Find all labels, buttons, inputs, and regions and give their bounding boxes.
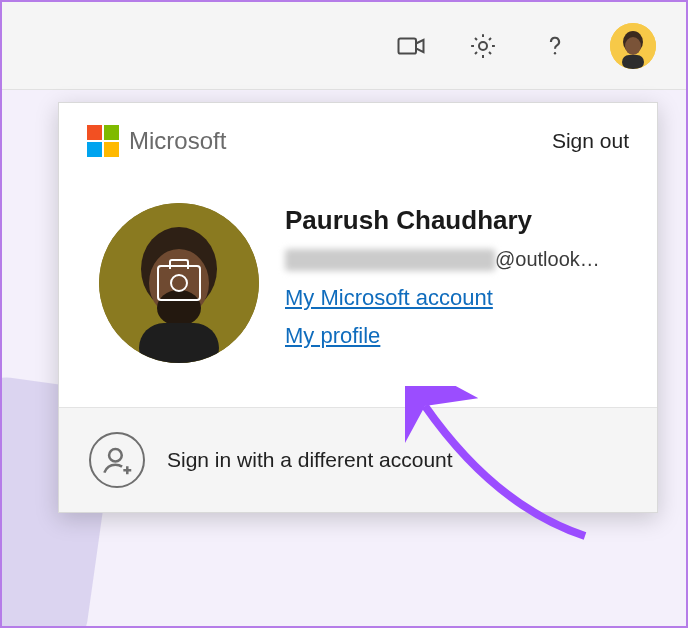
app-toolbar: [2, 2, 686, 90]
account-popover: Microsoft Sign out Paurush Chaudhary: [58, 102, 658, 513]
add-person-icon: [89, 432, 145, 488]
profile-avatar-container: [99, 203, 259, 363]
my-microsoft-account-link[interactable]: My Microsoft account: [285, 285, 493, 311]
svg-point-2: [554, 52, 556, 54]
display-name: Paurush Chaudhary: [285, 205, 627, 236]
sign-out-link[interactable]: Sign out: [552, 129, 629, 153]
account-info: Paurush Chaudhary @outlook… My Microsoft…: [285, 203, 627, 361]
microsoft-brand: Microsoft: [87, 125, 226, 157]
toolbar-avatar[interactable]: [610, 23, 656, 69]
svg-point-5: [625, 37, 641, 55]
add-account-label: Sign in with a different account: [167, 448, 453, 472]
svg-rect-6: [622, 55, 644, 69]
add-account-row[interactable]: Sign in with a different account: [59, 407, 657, 512]
svg-rect-11: [139, 323, 219, 363]
account-email: @outlook…: [285, 248, 627, 271]
account-links: My Microsoft account My profile: [285, 285, 627, 361]
gear-icon[interactable]: [466, 29, 500, 63]
popover-body: Paurush Chaudhary @outlook… My Microsoft…: [59, 175, 657, 407]
svg-point-1: [479, 42, 487, 50]
svg-point-12: [109, 449, 122, 462]
help-icon[interactable]: [538, 29, 572, 63]
meeting-icon[interactable]: [394, 29, 428, 63]
svg-rect-0: [399, 38, 417, 53]
my-profile-link[interactable]: My profile: [285, 323, 380, 349]
microsoft-logo-icon: [87, 125, 119, 157]
brand-text: Microsoft: [129, 127, 226, 155]
popover-header: Microsoft Sign out: [59, 103, 657, 175]
email-redacted: [285, 249, 495, 271]
email-domain: @outlook…: [495, 248, 600, 271]
change-photo-camera-icon[interactable]: [157, 265, 201, 301]
